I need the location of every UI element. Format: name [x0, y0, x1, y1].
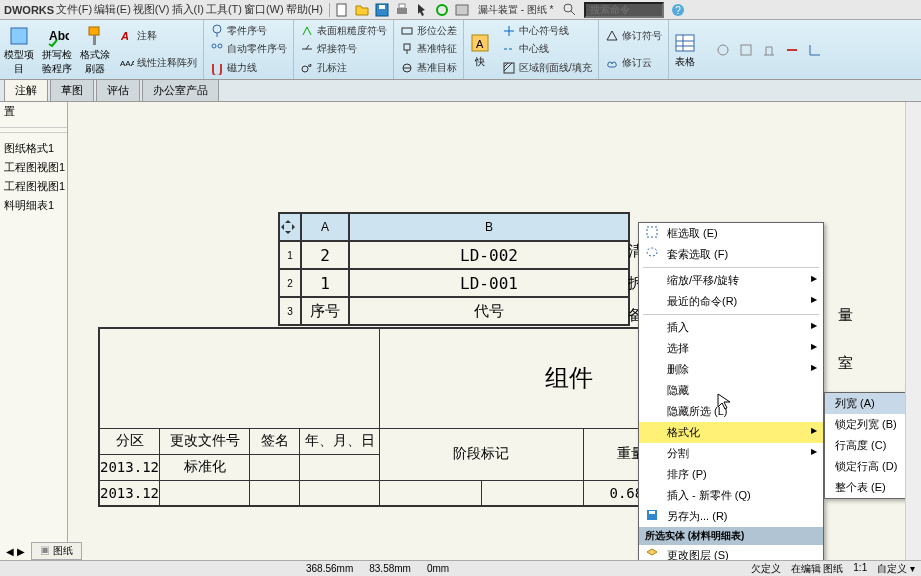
- tab-sketch[interactable]: 草图: [50, 79, 94, 101]
- ribbon-auto-balloon[interactable]: 自动零件序号: [210, 42, 287, 56]
- ctx-zoom-pan-rotate[interactable]: 缩放/平移/旋转: [639, 270, 823, 291]
- ctx-column-width[interactable]: 列宽 (A): [825, 393, 917, 414]
- ribbon-centerline[interactable]: 中心线: [502, 42, 592, 56]
- svg-line-36: [504, 63, 512, 71]
- ctx-section-header: 所选实体 (材料明细表): [639, 527, 823, 545]
- rebuild-icon[interactable]: [434, 2, 450, 18]
- ribbon-datum-target[interactable]: 基准目标: [400, 61, 457, 75]
- tree-item[interactable]: 图纸格式1: [0, 139, 67, 158]
- tab-office[interactable]: 办公室产品: [142, 79, 219, 101]
- status-y: 83.58mm: [369, 563, 411, 574]
- ribbon-revision-cloud[interactable]: 修订云: [605, 56, 662, 70]
- separator: [329, 3, 330, 17]
- view-icon-4[interactable]: [784, 42, 800, 58]
- ribbon-surface-finish[interactable]: 表面粗糙度符号: [300, 24, 387, 38]
- ribbon-block[interactable]: A 快: [464, 20, 496, 79]
- ctx-sort[interactable]: 排序 (P): [639, 464, 823, 485]
- ribbon-spell-check[interactable]: Abc 拼写检验程序: [38, 20, 76, 79]
- svg-point-20: [218, 44, 222, 48]
- tree-item[interactable]: 工程图视图1: [0, 177, 67, 196]
- menu-file[interactable]: 文件(F): [56, 2, 92, 17]
- table-row[interactable]: 2 1 LD-001: [279, 269, 629, 297]
- ctx-insert[interactable]: 插入: [639, 317, 823, 338]
- new-icon[interactable]: [334, 2, 350, 18]
- mouse-cursor-icon: [716, 392, 734, 410]
- tree-item[interactable]: 置: [0, 102, 67, 121]
- tab-annotations[interactable]: 注解: [4, 79, 48, 101]
- ribbon-datum-feature[interactable]: 基准特征: [400, 42, 457, 56]
- ribbon: 模型项目 Abc 拼写检验程序 格式涂刷器 A注释 AAA线性注释阵列 零件序号…: [0, 20, 921, 80]
- ctx-insert-new-part[interactable]: 插入 - 新零件 (Q): [639, 485, 823, 506]
- menu-edit[interactable]: 编辑(E): [94, 2, 131, 17]
- arrow-icon[interactable]: [414, 2, 430, 18]
- menu-tools[interactable]: 工具(T): [206, 2, 242, 17]
- search-icon[interactable]: [562, 2, 578, 18]
- ribbon-revision-symbol[interactable]: 修订符号: [605, 29, 662, 43]
- svg-rect-24: [402, 28, 412, 34]
- status-x: 368.56mm: [306, 563, 353, 574]
- view-icon-1[interactable]: [715, 42, 731, 58]
- right-scrollbar[interactable]: [905, 102, 921, 560]
- bom-table[interactable]: A B 1 2 LD-002 2 1 LD-001 3 序号 代号: [278, 212, 630, 326]
- svg-line-35: [504, 63, 508, 67]
- svg-rect-6: [456, 5, 468, 15]
- help-icon[interactable]: ?: [670, 2, 686, 18]
- tree-item[interactable]: 料明细表1: [0, 196, 67, 215]
- app-title: DWORKS: [4, 4, 54, 16]
- options-icon[interactable]: [454, 2, 470, 18]
- ribbon-hole-callout[interactable]: ø孔标注: [300, 61, 387, 75]
- ctx-box-select[interactable]: 框选取 (E): [639, 223, 823, 244]
- status-z: 0mm: [427, 563, 449, 574]
- sheet-tab[interactable]: ▣ 图纸: [31, 542, 82, 560]
- col-header-a[interactable]: A: [301, 213, 349, 241]
- print-icon[interactable]: [394, 2, 410, 18]
- ctx-select[interactable]: 选择: [639, 338, 823, 359]
- ctx-split[interactable]: 分割: [639, 443, 823, 464]
- view-icon-5[interactable]: [807, 42, 823, 58]
- sheet-nav-icon[interactable]: ◀ ▶: [0, 546, 31, 557]
- ctx-lasso-select[interactable]: 套索选取 (F): [639, 244, 823, 265]
- table-row[interactable]: 1 2 LD-002: [279, 241, 629, 269]
- status-scale[interactable]: 1:1: [853, 562, 867, 576]
- svg-rect-3: [397, 8, 407, 14]
- ribbon-note[interactable]: A注释: [120, 29, 197, 43]
- svg-rect-2: [379, 5, 385, 9]
- ribbon-area-hatch[interactable]: 区域剖面线/填充: [502, 61, 592, 75]
- svg-point-51: [647, 248, 657, 256]
- menu-insert[interactable]: 插入(I): [172, 2, 204, 17]
- view-icon-3[interactable]: [761, 42, 777, 58]
- ctx-row-height[interactable]: 行高度 (C): [825, 435, 917, 456]
- ribbon-balloon[interactable]: 零件序号: [210, 24, 287, 38]
- tab-evaluate[interactable]: 评估: [96, 79, 140, 101]
- ribbon-tables[interactable]: 表格: [669, 20, 701, 79]
- tree-item[interactable]: 工程图视图1: [0, 158, 67, 177]
- ribbon-gtol[interactable]: 形位公差: [400, 24, 457, 38]
- menu-help[interactable]: 帮助(H): [286, 2, 323, 17]
- ctx-save-as[interactable]: 另存为... (R): [639, 506, 823, 527]
- ribbon-format-painter[interactable]: 格式涂刷器: [76, 20, 114, 79]
- status-custom[interactable]: 自定义 ▾: [877, 562, 915, 576]
- save-icon[interactable]: [374, 2, 390, 18]
- ribbon-model-items[interactable]: 模型项目: [0, 20, 38, 79]
- ctx-lock-row-height[interactable]: 锁定行高 (D): [825, 456, 917, 477]
- feature-tree: 置 图纸格式1 工程图视图1 工程图视图1 料明细表1: [0, 102, 68, 560]
- view-icon-2[interactable]: [738, 42, 754, 58]
- ctx-recent-commands[interactable]: 最近的命令(R): [639, 291, 823, 312]
- menu-window[interactable]: 窗口(W): [244, 2, 284, 17]
- ribbon-center-mark[interactable]: 中心符号线: [502, 24, 592, 38]
- menu-view[interactable]: 视图(V): [133, 2, 170, 17]
- move-icon[interactable]: [280, 219, 296, 235]
- ctx-lock-col-width[interactable]: 锁定列宽 (B): [825, 414, 917, 435]
- ctx-format[interactable]: 格式化: [639, 422, 823, 443]
- search-input[interactable]: [584, 2, 664, 18]
- ribbon-magnetic-line[interactable]: 磁力线: [210, 61, 287, 75]
- open-icon[interactable]: [354, 2, 370, 18]
- ctx-entire-table[interactable]: 整个表 (E): [825, 477, 917, 498]
- ribbon-weld-symbol[interactable]: 焊接符号: [300, 42, 387, 56]
- ribbon-linear-pattern[interactable]: AAA线性注释阵列: [120, 56, 197, 70]
- table-row[interactable]: 3 序号 代号: [279, 297, 629, 325]
- col-header-b[interactable]: B: [349, 213, 629, 241]
- svg-rect-50: [647, 227, 657, 237]
- ctx-delete[interactable]: 删除: [639, 359, 823, 380]
- svg-line-8: [571, 11, 575, 15]
